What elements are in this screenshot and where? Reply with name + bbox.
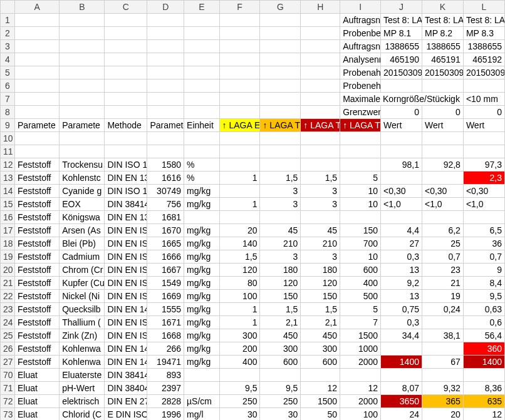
- cell[interactable]: Test 8: LAGA: [463, 14, 504, 27]
- cell[interactable]: 20150309: [381, 66, 422, 79]
- cell[interactable]: Eluaterste: [60, 369, 105, 382]
- cell[interactable]: 1: [219, 316, 260, 329]
- cell[interactable]: Feststoff: [15, 237, 60, 250]
- cell[interactable]: 10: [340, 198, 381, 211]
- cell[interactable]: [147, 27, 184, 40]
- cell[interactable]: Feststoff: [15, 211, 60, 224]
- cell[interactable]: Feststoff: [15, 329, 60, 342]
- cell[interactable]: 67: [422, 356, 463, 369]
- cell[interactable]: [184, 53, 220, 66]
- cell[interactable]: 20150309: [463, 66, 504, 79]
- cell[interactable]: 0,6: [463, 316, 504, 329]
- cell[interactable]: 21: [422, 277, 463, 290]
- cell[interactable]: 450: [260, 329, 301, 342]
- cell[interactable]: 210: [260, 237, 301, 250]
- row-header[interactable]: 15: [1, 198, 15, 211]
- cell[interactable]: [301, 145, 340, 158]
- cell[interactable]: [15, 132, 60, 145]
- cell[interactable]: 1400: [463, 356, 504, 369]
- cell[interactable]: 9,2: [381, 277, 422, 290]
- cell[interactable]: 2,1: [301, 316, 340, 329]
- cell[interactable]: MP 8.1: [381, 27, 422, 40]
- cell[interactable]: Feststoff: [15, 356, 60, 369]
- cell[interactable]: [260, 369, 301, 382]
- cell[interactable]: Maximale Korngröße/Stückigk: [340, 93, 464, 106]
- cell[interactable]: <10 mm: [463, 93, 504, 106]
- cell[interactable]: DIN EN ISC: [105, 250, 147, 264]
- row-header[interactable]: 5: [1, 66, 15, 79]
- cell[interactable]: 3: [301, 250, 340, 264]
- cell[interactable]: [15, 14, 60, 27]
- cell[interactable]: Feststoff: [15, 277, 60, 290]
- cell[interactable]: 2397: [147, 382, 184, 395]
- row-header[interactable]: 1: [1, 14, 15, 27]
- cell[interactable]: 8,36: [463, 382, 504, 395]
- cell[interactable]: [184, 369, 220, 382]
- cell[interactable]: 1666: [147, 250, 184, 264]
- cell[interactable]: 300: [219, 329, 260, 342]
- cell[interactable]: 150: [301, 290, 340, 303]
- cell[interactable]: [15, 53, 60, 66]
- cell[interactable]: 300: [260, 342, 301, 356]
- cell[interactable]: Feststoff: [15, 185, 60, 198]
- cell[interactable]: ↑ LAGA T: [260, 119, 301, 132]
- cell[interactable]: 23: [422, 264, 463, 277]
- cell[interactable]: Auftragsn: [340, 40, 381, 53]
- cell[interactable]: [260, 145, 301, 158]
- select-all[interactable]: [1, 1, 15, 14]
- row-header[interactable]: 10: [1, 132, 15, 145]
- cell[interactable]: [219, 27, 260, 40]
- row-header[interactable]: 18: [1, 237, 15, 250]
- cell[interactable]: 1616: [147, 172, 184, 185]
- col-A[interactable]: A: [15, 1, 60, 14]
- cell[interactable]: 0: [381, 106, 422, 119]
- cell[interactable]: 2000: [340, 395, 381, 408]
- cell[interactable]: Feststoff: [15, 342, 60, 356]
- cell[interactable]: DIN EN 27: [105, 395, 147, 408]
- cell[interactable]: 97,3: [463, 158, 504, 172]
- cell[interactable]: Nickel (Ni: [60, 290, 105, 303]
- row-header[interactable]: 20: [1, 264, 15, 277]
- row-header[interactable]: 70: [1, 369, 15, 382]
- cell[interactable]: 400: [340, 277, 381, 290]
- cell[interactable]: [381, 172, 422, 185]
- cell[interactable]: Paramete: [147, 119, 184, 132]
- cell[interactable]: 9,32: [422, 382, 463, 395]
- cell[interactable]: 360: [463, 342, 504, 356]
- cell[interactable]: mg/kg: [184, 264, 220, 277]
- cell[interactable]: [105, 93, 147, 106]
- cell[interactable]: DIN EN ISC: [105, 237, 147, 250]
- cell[interactable]: 5: [340, 303, 381, 316]
- cell[interactable]: [463, 369, 504, 382]
- cell[interactable]: DIN EN 14: [105, 303, 147, 316]
- cell[interactable]: 120: [219, 264, 260, 277]
- cell[interactable]: [184, 132, 220, 145]
- cell[interactable]: [422, 172, 463, 185]
- cell[interactable]: [219, 145, 260, 158]
- cell[interactable]: 1671: [147, 316, 184, 329]
- cell[interactable]: 0,3: [381, 250, 422, 264]
- cell[interactable]: 1500: [301, 395, 340, 408]
- cell[interactable]: 9,5: [219, 382, 260, 395]
- cell[interactable]: 50: [301, 408, 340, 421]
- cell[interactable]: 92,8: [422, 158, 463, 172]
- cell[interactable]: 1388655: [381, 40, 422, 53]
- cell[interactable]: ↑ LAGA T: [340, 119, 381, 132]
- cell[interactable]: 25: [422, 237, 463, 250]
- col-G[interactable]: G: [260, 1, 301, 14]
- cell[interactable]: [60, 14, 105, 27]
- row-header[interactable]: 24: [1, 316, 15, 329]
- cell[interactable]: [219, 211, 260, 224]
- cell[interactable]: 140: [219, 237, 260, 250]
- cell[interactable]: Wert: [381, 119, 422, 132]
- cell[interactable]: DIN EN 13: [105, 172, 147, 185]
- cell[interactable]: 1580: [147, 158, 184, 172]
- row-header[interactable]: 22: [1, 290, 15, 303]
- cell[interactable]: [219, 106, 260, 119]
- cell[interactable]: elektrisch: [60, 395, 105, 408]
- cell[interactable]: [60, 27, 105, 40]
- cell[interactable]: 100: [340, 408, 381, 421]
- cell[interactable]: 1400: [381, 356, 422, 369]
- cell[interactable]: [184, 106, 220, 119]
- cell[interactable]: mg/l: [184, 408, 220, 421]
